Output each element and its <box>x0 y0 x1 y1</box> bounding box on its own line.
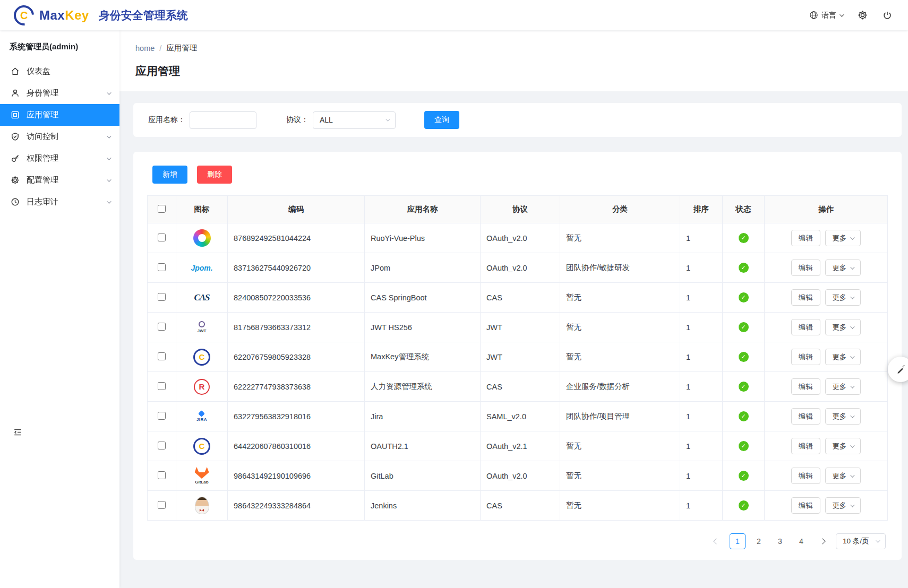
more-button[interactable]: 更多 <box>825 438 861 454</box>
edit-button[interactable]: 编辑 <box>791 289 820 306</box>
jenkins-icon <box>195 497 209 514</box>
more-button[interactable]: 更多 <box>825 497 861 514</box>
sidebar-item-access-control[interactable]: 访问控制 <box>0 126 119 148</box>
row-actions: 编辑 更多 <box>765 468 887 484</box>
edit-button[interactable]: 编辑 <box>791 408 820 425</box>
gear-icon <box>11 176 20 185</box>
edit-button[interactable]: 编辑 <box>791 378 820 395</box>
app-name: JPom <box>371 264 390 272</box>
app-name: MaxKey管理系统 <box>371 352 429 361</box>
column-header-icon: 图标 <box>176 196 228 223</box>
maxkey-icon <box>193 349 210 366</box>
page-size-select[interactable]: 10 条/页 <box>836 533 886 549</box>
app-protocol: OAuth_v2.0 <box>486 264 527 272</box>
row-checkbox[interactable] <box>158 471 166 479</box>
row-checkbox[interactable] <box>158 412 166 420</box>
sidebar-item-identity[interactable]: 身份管理 <box>0 82 119 104</box>
power-icon <box>883 11 892 20</box>
sidebar: 系统管理员(admin) 仪表盘 身份管理 应用管理 访问控制 权限管理 配置管… <box>0 30 119 588</box>
more-button-label: 更多 <box>833 412 847 421</box>
add-button[interactable]: 新增 <box>152 166 187 184</box>
app-name-label: 应用名称： <box>148 115 185 125</box>
sidebar-item-label: 应用管理 <box>27 110 58 120</box>
chevron-down-icon <box>107 177 111 181</box>
edit-button[interactable]: 编辑 <box>791 349 820 365</box>
edit-button[interactable]: 编辑 <box>791 438 820 454</box>
sidebar-item-applications[interactable]: 应用管理 <box>0 104 119 126</box>
app-name-input[interactable] <box>190 111 256 129</box>
app-category: 暂无 <box>566 323 581 331</box>
system-title: 身份安全管理系统 <box>99 8 188 23</box>
table-row: 876892492581044224 RuoYi-Vue-Plus OAuth_… <box>148 223 888 253</box>
row-checkbox[interactable] <box>158 352 166 360</box>
more-button[interactable]: 更多 <box>825 378 861 395</box>
edit-button[interactable]: 编辑 <box>791 468 820 484</box>
sidebar-item-dashboard[interactable]: 仪表盘 <box>0 60 119 82</box>
table-row: 632279563832918016 Jira SAML_v2.0 团队协作/项… <box>148 402 888 431</box>
header-actions: 语言 <box>809 10 892 20</box>
search-button[interactable]: 查询 <box>424 111 459 129</box>
edit-button[interactable]: 编辑 <box>791 230 820 246</box>
check-circle-icon <box>739 352 749 362</box>
app-category: 团队协作/敏捷研发 <box>566 263 630 272</box>
clock-icon <box>11 197 20 206</box>
language-switcher[interactable]: 语言 <box>809 11 843 20</box>
row-checkbox[interactable] <box>158 501 166 509</box>
row-checkbox[interactable] <box>158 293 166 301</box>
row-checkbox[interactable] <box>158 263 166 271</box>
app-icon-cell <box>176 292 227 303</box>
breadcrumb: home / 应用管理 <box>135 43 908 53</box>
check-circle-icon <box>739 411 749 421</box>
delete-button[interactable]: 删除 <box>197 166 232 184</box>
row-checkbox[interactable] <box>158 442 166 449</box>
sidebar-item-label: 权限管理 <box>27 153 58 163</box>
app-code: 622227747938373638 <box>234 383 311 391</box>
chevron-left-icon <box>713 538 719 544</box>
breadcrumb-home-link[interactable]: home <box>135 44 155 53</box>
gear-icon <box>858 10 868 20</box>
app-code: 876892492581044224 <box>234 234 311 243</box>
edit-button[interactable]: 编辑 <box>791 319 820 335</box>
more-button[interactable]: 更多 <box>825 260 861 276</box>
more-button[interactable]: 更多 <box>825 289 861 306</box>
sidebar-collapse-button[interactable] <box>13 427 23 439</box>
more-button[interactable]: 更多 <box>825 349 861 365</box>
user-icon <box>11 89 20 98</box>
app-category: 暂无 <box>566 352 581 361</box>
table-row: 622227747938373638 人力资源管理系统 CAS 企业服务/数据分… <box>148 372 888 402</box>
edit-button[interactable]: 编辑 <box>791 497 820 514</box>
table-header-row: 图标 编码 应用名称 协议 分类 排序 状态 操作 <box>148 196 888 223</box>
more-button[interactable]: 更多 <box>825 230 861 246</box>
column-header-code: 编码 <box>228 196 365 223</box>
chevron-down-icon <box>850 265 854 269</box>
page-button-3[interactable]: 3 <box>772 533 788 549</box>
logout-button[interactable] <box>883 11 892 20</box>
sidebar-item-permissions[interactable]: 权限管理 <box>0 148 119 169</box>
select-all-checkbox[interactable] <box>158 205 166 213</box>
table-row: 644220607860310016 OAUTH2.1 OAuth_v2.1 暂… <box>148 431 888 461</box>
sidebar-item-audit-log[interactable]: 日志审计 <box>0 191 119 213</box>
row-checkbox[interactable] <box>158 323 166 331</box>
app-protocol: JWT <box>486 323 502 332</box>
chevron-down-icon <box>386 117 390 121</box>
next-page-button[interactable] <box>815 533 830 549</box>
row-checkbox[interactable] <box>158 382 166 390</box>
sidebar-item-label: 配置管理 <box>27 175 58 185</box>
sidebar-item-label: 身份管理 <box>27 88 58 98</box>
app-category: 暂无 <box>566 293 581 301</box>
more-button[interactable]: 更多 <box>825 319 861 335</box>
column-header-status: 状态 <box>723 196 765 223</box>
row-checkbox[interactable] <box>158 234 166 241</box>
app-icon-cell <box>176 379 227 395</box>
edit-button[interactable]: 编辑 <box>791 260 820 276</box>
settings-button[interactable] <box>858 10 868 20</box>
page-button-2[interactable]: 2 <box>751 533 767 549</box>
more-button[interactable]: 更多 <box>825 468 861 484</box>
sidebar-item-configuration[interactable]: 配置管理 <box>0 169 119 191</box>
prev-page-button[interactable] <box>708 533 724 549</box>
more-button[interactable]: 更多 <box>825 408 861 425</box>
app-icon-cell <box>176 467 227 485</box>
protocol-select[interactable]: ALL <box>313 111 396 129</box>
page-button-4[interactable]: 4 <box>793 533 809 549</box>
page-button-1[interactable]: 1 <box>730 533 746 549</box>
